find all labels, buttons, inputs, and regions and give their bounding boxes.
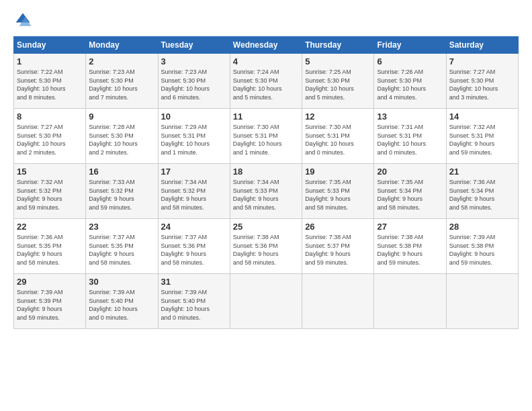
day-cell: 20Sunrise: 7:35 AMSunset: 5:34 PMDayligh… [374, 164, 446, 219]
day-cell: 16Sunrise: 7:33 AMSunset: 5:32 PMDayligh… [86, 164, 158, 219]
header-cell-saturday: Saturday [446, 37, 518, 54]
day-detail: Sunrise: 7:34 AMSunset: 5:32 PMDaylight:… [161, 178, 227, 212]
day-cell: 22Sunrise: 7:36 AMSunset: 5:35 PMDayligh… [14, 219, 86, 274]
day-cell: 24Sunrise: 7:37 AMSunset: 5:36 PMDayligh… [158, 219, 230, 274]
day-detail: Sunrise: 7:33 AMSunset: 5:32 PMDaylight:… [89, 178, 154, 212]
day-detail: Sunrise: 7:39 AMSunset: 5:40 PMDaylight:… [89, 288, 154, 322]
day-cell: 14Sunrise: 7:32 AMSunset: 5:31 PMDayligh… [446, 109, 518, 164]
day-number: 20 [377, 167, 443, 177]
day-cell: 28Sunrise: 7:39 AMSunset: 5:38 PMDayligh… [446, 219, 518, 274]
day-number: 16 [89, 167, 154, 177]
day-cell: 5Sunrise: 7:25 AMSunset: 5:30 PMDaylight… [302, 54, 374, 109]
header-cell-sunday: Sunday [14, 37, 86, 54]
day-detail: Sunrise: 7:30 AMSunset: 5:31 PMDaylight:… [233, 123, 299, 156]
day-number: 14 [449, 111, 515, 122]
day-detail: Sunrise: 7:28 AMSunset: 5:30 PMDaylight:… [89, 123, 154, 156]
day-number: 6 [377, 56, 443, 66]
day-detail: Sunrise: 7:32 AMSunset: 5:31 PMDaylight:… [449, 123, 515, 156]
day-number: 13 [377, 111, 443, 122]
day-number: 28 [449, 222, 515, 232]
day-detail: Sunrise: 7:26 AMSunset: 5:30 PMDaylight:… [377, 68, 443, 101]
day-cell: 3Sunrise: 7:23 AMSunset: 5:30 PMDaylight… [158, 54, 230, 109]
day-cell: 18Sunrise: 7:34 AMSunset: 5:33 PMDayligh… [230, 164, 302, 219]
day-cell: 21Sunrise: 7:36 AMSunset: 5:34 PMDayligh… [446, 164, 518, 219]
day-number: 9 [89, 111, 154, 122]
header-row: SundayMondayTuesdayWednesdayThursdayFrid… [14, 37, 519, 54]
day-detail: Sunrise: 7:37 AMSunset: 5:35 PMDaylight:… [89, 233, 154, 267]
day-number: 5 [305, 56, 371, 66]
day-detail: Sunrise: 7:39 AMSunset: 5:40 PMDaylight:… [161, 288, 227, 322]
day-detail: Sunrise: 7:38 AMSunset: 5:37 PMDaylight:… [305, 233, 371, 267]
day-number: 24 [161, 222, 227, 232]
day-number: 2 [89, 56, 154, 66]
day-number: 23 [89, 222, 154, 232]
day-cell: 23Sunrise: 7:37 AMSunset: 5:35 PMDayligh… [86, 219, 158, 274]
day-cell: 6Sunrise: 7:26 AMSunset: 5:30 PMDaylight… [374, 54, 446, 109]
day-number: 31 [161, 277, 227, 287]
day-cell: 19Sunrise: 7:35 AMSunset: 5:33 PMDayligh… [302, 164, 374, 219]
day-detail: Sunrise: 7:23 AMSunset: 5:30 PMDaylight:… [161, 68, 227, 101]
day-detail: Sunrise: 7:38 AMSunset: 5:36 PMDaylight:… [233, 233, 299, 267]
header-cell-wednesday: Wednesday [230, 37, 302, 54]
week-row-5: 29Sunrise: 7:39 AMSunset: 5:39 PMDayligh… [14, 274, 519, 329]
day-number: 17 [161, 167, 227, 177]
logo-icon [13, 11, 32, 30]
day-detail: Sunrise: 7:30 AMSunset: 5:31 PMDaylight:… [305, 123, 371, 156]
day-detail: Sunrise: 7:36 AMSunset: 5:35 PMDaylight:… [17, 233, 83, 267]
day-number: 3 [161, 56, 227, 66]
calendar-body: 1Sunrise: 7:22 AMSunset: 5:30 PMDaylight… [14, 54, 519, 329]
day-detail: Sunrise: 7:31 AMSunset: 5:31 PMDaylight:… [377, 123, 443, 156]
day-number: 12 [305, 111, 371, 122]
day-detail: Sunrise: 7:25 AMSunset: 5:30 PMDaylight:… [305, 68, 371, 101]
day-cell: 26Sunrise: 7:38 AMSunset: 5:37 PMDayligh… [302, 219, 374, 274]
day-detail: Sunrise: 7:22 AMSunset: 5:30 PMDaylight:… [17, 68, 83, 101]
logo [13, 11, 35, 30]
day-cell [374, 274, 446, 329]
day-cell: 31Sunrise: 7:39 AMSunset: 5:40 PMDayligh… [158, 274, 230, 329]
week-row-1: 1Sunrise: 7:22 AMSunset: 5:30 PMDaylight… [14, 54, 519, 109]
day-cell: 2Sunrise: 7:23 AMSunset: 5:30 PMDaylight… [86, 54, 158, 109]
day-number: 1 [17, 56, 83, 66]
calendar-header: SundayMondayTuesdayWednesdayThursdayFrid… [14, 37, 519, 54]
day-detail: Sunrise: 7:27 AMSunset: 5:30 PMDaylight:… [17, 123, 83, 156]
day-number: 21 [449, 167, 515, 177]
day-detail: Sunrise: 7:36 AMSunset: 5:34 PMDaylight:… [449, 178, 515, 212]
day-number: 10 [161, 111, 227, 122]
day-cell: 10Sunrise: 7:29 AMSunset: 5:31 PMDayligh… [158, 109, 230, 164]
day-cell [302, 274, 374, 329]
day-cell [230, 274, 302, 329]
day-number: 26 [305, 222, 371, 232]
day-cell: 25Sunrise: 7:38 AMSunset: 5:36 PMDayligh… [230, 219, 302, 274]
day-number: 30 [89, 277, 154, 287]
day-cell: 4Sunrise: 7:24 AMSunset: 5:30 PMDaylight… [230, 54, 302, 109]
day-cell: 11Sunrise: 7:30 AMSunset: 5:31 PMDayligh… [230, 109, 302, 164]
day-detail: Sunrise: 7:35 AMSunset: 5:34 PMDaylight:… [377, 178, 443, 212]
header [13, 11, 519, 30]
day-detail: Sunrise: 7:34 AMSunset: 5:33 PMDaylight:… [233, 178, 299, 212]
day-cell: 29Sunrise: 7:39 AMSunset: 5:39 PMDayligh… [14, 274, 86, 329]
day-detail: Sunrise: 7:29 AMSunset: 5:31 PMDaylight:… [161, 123, 227, 156]
day-number: 22 [17, 222, 83, 232]
day-cell: 1Sunrise: 7:22 AMSunset: 5:30 PMDaylight… [14, 54, 86, 109]
day-cell: 7Sunrise: 7:27 AMSunset: 5:30 PMDaylight… [446, 54, 518, 109]
week-row-2: 8Sunrise: 7:27 AMSunset: 5:30 PMDaylight… [14, 109, 519, 164]
day-number: 7 [449, 56, 515, 66]
day-detail: Sunrise: 7:23 AMSunset: 5:30 PMDaylight:… [89, 68, 154, 101]
header-cell-friday: Friday [374, 37, 446, 54]
day-number: 27 [377, 222, 443, 232]
day-cell: 17Sunrise: 7:34 AMSunset: 5:32 PMDayligh… [158, 164, 230, 219]
day-detail: Sunrise: 7:38 AMSunset: 5:38 PMDaylight:… [377, 233, 443, 267]
day-number: 19 [305, 167, 371, 177]
header-cell-monday: Monday [86, 37, 158, 54]
day-number: 11 [233, 111, 299, 122]
header-cell-thursday: Thursday [302, 37, 374, 54]
day-cell: 9Sunrise: 7:28 AMSunset: 5:30 PMDaylight… [86, 109, 158, 164]
day-cell: 15Sunrise: 7:32 AMSunset: 5:32 PMDayligh… [14, 164, 86, 219]
page: SundayMondayTuesdayWednesdayThursdayFrid… [0, 0, 532, 411]
day-cell: 13Sunrise: 7:31 AMSunset: 5:31 PMDayligh… [374, 109, 446, 164]
day-detail: Sunrise: 7:39 AMSunset: 5:38 PMDaylight:… [449, 233, 515, 267]
week-row-3: 15Sunrise: 7:32 AMSunset: 5:32 PMDayligh… [14, 164, 519, 219]
day-cell [446, 274, 518, 329]
week-row-4: 22Sunrise: 7:36 AMSunset: 5:35 PMDayligh… [14, 219, 519, 274]
day-cell: 12Sunrise: 7:30 AMSunset: 5:31 PMDayligh… [302, 109, 374, 164]
